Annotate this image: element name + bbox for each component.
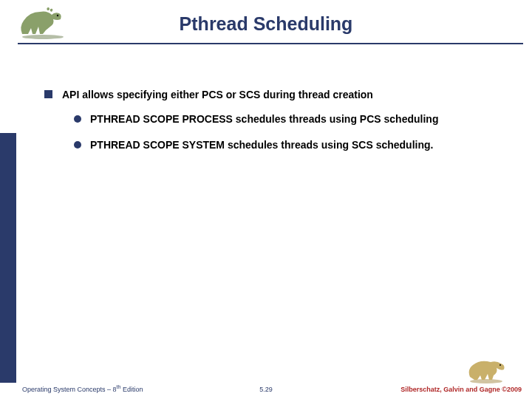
bullet-level2: PTHREAD SCOPE PROCESS schedules threads …	[74, 113, 502, 126]
footer-page-number: 5.29	[259, 386, 273, 393]
bullet-level1: API allows specifying either PCS or SCS …	[44, 89, 502, 101]
footer-book: Operating System Concepts – 8	[22, 386, 117, 393]
slide: Pthread Scheduling API allows specifying…	[0, 0, 532, 399]
dinosaur-bottom-icon	[466, 355, 510, 384]
dinosaur-top-icon	[13, 4, 72, 40]
bullet-text: PTHREAD SCOPE PROCESS schedules threads …	[90, 113, 438, 125]
bullet-text: PTHREAD SCOPE SYSTEM schedules threads u…	[90, 139, 433, 151]
bullet-text: API allows specifying either PCS or SCS …	[62, 89, 373, 100]
header: Pthread Scheduling	[0, 0, 532, 44]
content-area: API allows specifying either PCS or SCS …	[44, 89, 502, 164]
title-underline	[18, 43, 523, 44]
slide-title: Pthread Scheduling	[0, 0, 532, 35]
left-sidebar-accent	[0, 133, 16, 383]
footer-copyright: Silberschatz, Galvin and Gagne ©2009	[400, 386, 522, 393]
footer: Operating System Concepts – 8th Edition …	[0, 381, 532, 395]
footer-edition: Edition	[120, 386, 143, 393]
footer-left-text: Operating System Concepts – 8th Edition	[22, 384, 143, 393]
svg-point-1	[57, 15, 58, 16]
svg-point-3	[499, 364, 501, 366]
svg-point-0	[22, 35, 64, 39]
bullet-level2: PTHREAD SCOPE SYSTEM schedules threads u…	[74, 139, 502, 151]
